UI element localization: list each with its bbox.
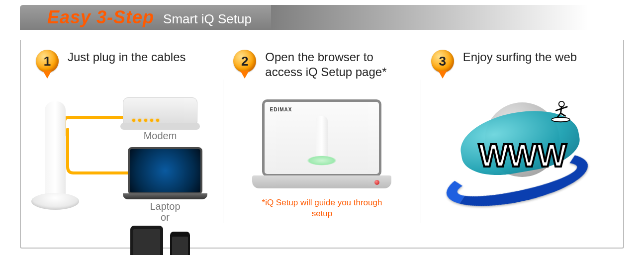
surfer-icon bbox=[552, 100, 574, 123]
step-2-illustration: EDIMAX *iQ Setup will guide you through … bbox=[233, 85, 410, 219]
step-3-number: 3 bbox=[439, 54, 446, 69]
step-3: 3 Enjoy surfing the web WWW bbox=[421, 50, 618, 238]
router-device-icon bbox=[45, 101, 66, 201]
step-1-title: Just plug in the cables bbox=[68, 50, 185, 65]
header-banner: Easy 3-Step Smart iQ Setup bbox=[0, 5, 644, 40]
steps-panel: 1 Just plug in the cables Modem bbox=[20, 40, 624, 249]
step-1: 1 Just plug in the cables Modem bbox=[26, 50, 223, 238]
tablet-device-icon bbox=[130, 226, 163, 255]
step-2: 2 Open the browser to access iQ Setup pa… bbox=[223, 50, 420, 238]
setup-laptop-icon: EDIMAX bbox=[262, 99, 381, 188]
step-1-number: 1 bbox=[44, 54, 51, 69]
step-2-footnote: *iQ Setup will guide you through setup bbox=[257, 197, 386, 219]
laptop-label: Laptop or bbox=[133, 201, 197, 223]
step-3-title: Enjoy surfing the web bbox=[463, 50, 577, 65]
brand-label: EDIMAX bbox=[270, 107, 374, 112]
step-2-pin-icon: 2 bbox=[233, 50, 256, 78]
modem-device-icon bbox=[123, 97, 197, 126]
mini-router-icon bbox=[316, 116, 328, 161]
step-1-pin-icon: 1 bbox=[36, 50, 59, 78]
www-text: WWW bbox=[460, 137, 584, 174]
svg-point-0 bbox=[559, 101, 564, 107]
svg-point-1 bbox=[552, 117, 570, 122]
banner-subtitle: Smart iQ Setup bbox=[163, 6, 252, 31]
step-1-illustration: Modem Laptop or bbox=[36, 83, 213, 222]
phone-device-icon bbox=[170, 232, 190, 255]
step-2-number: 2 bbox=[241, 54, 248, 69]
banner-title: Easy 3-Step bbox=[47, 5, 154, 30]
step-3-pin-icon: 3 bbox=[431, 50, 454, 78]
step-3-illustration: WWW bbox=[431, 83, 608, 222]
modem-label: Modem bbox=[123, 130, 197, 142]
step-2-title: Open the browser to access iQ Setup page… bbox=[265, 50, 410, 80]
laptop-device-icon bbox=[128, 147, 202, 199]
